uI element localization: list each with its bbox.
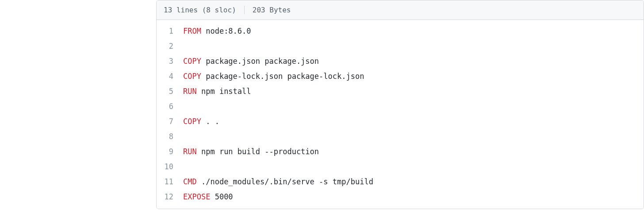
code-text: 5000 (210, 192, 233, 201)
file-bytes-size: 203 Bytes (245, 6, 291, 14)
line-number[interactable]: 2 (157, 39, 183, 54)
code-table: 1FROM node:8.6.023COPY package.json pack… (157, 23, 644, 204)
code-text: package.json package.json (201, 57, 319, 66)
code-text: . . (201, 117, 219, 126)
dockerfile-keyword: COPY (183, 72, 201, 81)
dockerfile-keyword: EXPOSE (183, 192, 210, 201)
line-code[interactable] (183, 39, 644, 54)
code-text: package-lock.json package-lock.json (201, 72, 364, 81)
code-line: 5RUN npm install (157, 84, 644, 99)
line-code[interactable] (183, 129, 644, 144)
dockerfile-keyword: RUN (183, 147, 197, 156)
dockerfile-keyword: COPY (183, 57, 201, 66)
line-number[interactable]: 10 (157, 159, 183, 174)
code-area[interactable]: 1FROM node:8.6.023COPY package.json pack… (157, 20, 644, 209)
line-code[interactable]: FROM node:8.6.0 (183, 23, 644, 39)
line-code[interactable]: CMD ./node_modules/.bin/serve -s tmp/bui… (183, 174, 644, 189)
code-line: 2 (157, 39, 644, 54)
file-viewer: 13 lines (8 sloc) 203 Bytes 1FROM node:8… (156, 0, 644, 209)
code-text: ./node_modules/.bin/serve -s tmp/build (197, 177, 373, 186)
code-text: node:8.6.0 (201, 27, 251, 35)
line-code[interactable]: COPY . . (183, 114, 644, 129)
line-number[interactable]: 11 (157, 174, 183, 189)
file-lines-count: 13 lines (8 sloc) (164, 6, 245, 14)
line-number[interactable]: 7 (157, 114, 183, 129)
file-header: 13 lines (8 sloc) 203 Bytes (157, 0, 644, 20)
line-number[interactable]: 9 (157, 144, 183, 159)
line-code[interactable]: COPY package.json package.json (183, 54, 644, 69)
code-line: 7COPY . . (157, 114, 644, 129)
line-code[interactable]: RUN npm install (183, 84, 644, 99)
code-line: 11CMD ./node_modules/.bin/serve -s tmp/b… (157, 174, 644, 189)
dockerfile-keyword: RUN (183, 87, 197, 96)
line-code[interactable] (183, 159, 644, 174)
line-number[interactable]: 12 (157, 189, 183, 204)
line-number[interactable]: 1 (157, 23, 183, 39)
code-text: npm run build --production (197, 147, 319, 156)
dockerfile-keyword: FROM (183, 27, 201, 35)
code-line: 12EXPOSE 5000 (157, 189, 644, 204)
code-line: 1FROM node:8.6.0 (157, 23, 644, 39)
code-text: npm install (197, 87, 251, 96)
line-code[interactable]: COPY package-lock.json package-lock.json (183, 69, 644, 84)
dockerfile-keyword: COPY (183, 117, 201, 126)
line-number[interactable]: 3 (157, 54, 183, 69)
code-line: 8 (157, 129, 644, 144)
line-code[interactable] (183, 99, 644, 114)
code-line: 9RUN npm run build --production (157, 144, 644, 159)
line-number[interactable]: 5 (157, 84, 183, 99)
line-code[interactable]: EXPOSE 5000 (183, 189, 644, 204)
line-number[interactable]: 4 (157, 69, 183, 84)
code-line: 3COPY package.json package.json (157, 54, 644, 69)
code-line: 10 (157, 159, 644, 174)
dockerfile-keyword: CMD (183, 177, 197, 186)
line-code[interactable]: RUN npm run build --production (183, 144, 644, 159)
line-number[interactable]: 6 (157, 99, 183, 114)
line-number[interactable]: 8 (157, 129, 183, 144)
code-line: 6 (157, 99, 644, 114)
code-line: 4COPY package-lock.json package-lock.jso… (157, 69, 644, 84)
